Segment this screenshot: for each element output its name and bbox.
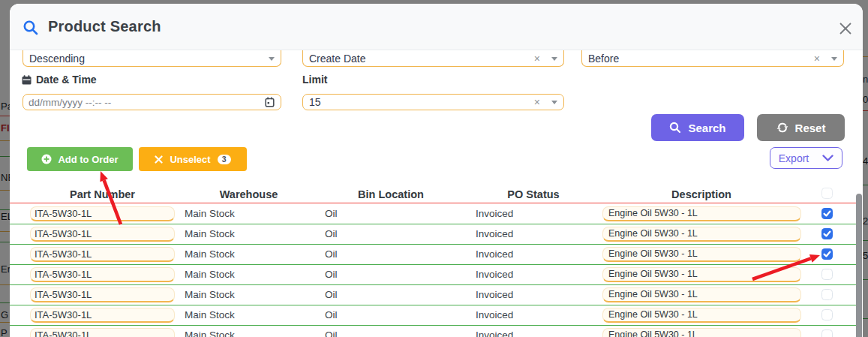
po-status-cell: Invoiced [476,245,513,263]
sort-select[interactable]: Descending [23,50,281,67]
warehouse-cell: Main Stock [185,245,235,263]
row-checkbox[interactable] [821,289,833,300]
limit-select[interactable]: 15× [302,94,564,110]
warehouse-cell: Main Stock [185,224,235,243]
row-checkbox[interactable] [821,248,833,260]
table-header-description: Description [634,188,769,200]
bin-location-cell: Oil [325,204,338,223]
description-cell[interactable]: Engine Oil 5W30 - 1L [602,206,801,221]
po-status-cell: Invoiced [476,285,513,304]
limit-select-value: 15 [303,96,321,108]
export-label: Export [779,152,809,164]
description-cell[interactable]: Engine Oil 5W30 - 1L [602,247,801,262]
row-checkbox[interactable] [821,208,833,219]
table-header-bin-location: Bin Location [323,188,458,200]
select-all-checkbox[interactable] [821,188,833,199]
datetime-label: Date & Time [22,74,97,86]
plus-icon [41,154,52,164]
modal-body: DescendingCreate Date×Before×Date & Time… [10,50,863,337]
table-header-part-number: Part Number [35,188,170,200]
part-number-cell[interactable]: ITA-5W30-1L [30,247,175,262]
table-row: ITA-5W30-1LMain StockOilInvoicedEngine O… [10,224,856,245]
check-icon [821,208,833,219]
field-select-value: Create Date [303,53,365,65]
chevron-down-icon [269,57,275,61]
row-checkbox[interactable] [821,269,833,280]
warehouse-cell: Main Stock [185,326,235,337]
check-icon [821,248,833,260]
table-row: ITA-5W30-1LMain StockOilInvoicedEngine O… [10,265,856,285]
description-cell[interactable]: Engine Oil 5W30 - 1L [602,227,801,242]
limit-label: Limit [302,74,327,86]
bin-location-cell: Oil [325,285,338,304]
chevron-down-icon [822,155,833,161]
screen: PaFINEELErGPn0425 Product Search Descend… [0,0,868,337]
datetime-input[interactable]: dd/mm/yyyy --:-- -- [23,94,281,110]
modal-header: Product Search [10,4,863,50]
description-cell[interactable]: Engine Oil 5W30 - 1L [602,267,801,282]
row-checkbox[interactable] [821,228,833,239]
part-number-cell[interactable]: ITA-5W30-1L [30,227,175,242]
add-to-order-button[interactable]: Add to Order [27,147,133,171]
bin-location-cell: Oil [325,265,338,284]
bin-location-cell: Oil [325,326,338,337]
modal-title: Product Search [48,18,161,35]
search-button-label: Search [688,122,725,134]
close-icon[interactable] [838,21,853,36]
operator-select[interactable]: Before× [581,50,844,67]
row-checkbox[interactable] [821,309,833,320]
warehouse-cell: Main Stock [185,305,235,324]
warehouse-cell: Main Stock [185,265,235,284]
po-status-cell: Invoiced [476,305,513,324]
part-number-cell[interactable]: ITA-5W30-1L [30,287,175,302]
table-row: ITA-5W30-1LMain StockOilInvoicedEngine O… [10,326,856,337]
reset-button[interactable]: Reset [757,114,845,141]
product-search-modal: Product Search DescendingCreate Date×Bef… [10,4,863,337]
x-icon [155,155,163,164]
unselect-label: Unselect [170,154,210,165]
po-status-cell: Invoiced [476,326,513,337]
scrollbar-thumb[interactable] [856,194,862,337]
part-number-cell[interactable]: ITA-5W30-1L [30,328,175,337]
search-button[interactable]: Search [651,114,744,141]
bin-location-cell: Oil [325,245,338,263]
reset-button-label: Reset [795,122,826,134]
part-number-cell[interactable]: ITA-5W30-1L [30,308,175,323]
date-picker-icon [265,97,275,107]
export-button[interactable]: Export [770,147,842,169]
unselect-button[interactable]: Unselect3 [139,147,247,171]
calendar-icon [22,75,32,85]
row-checkbox[interactable] [821,329,833,337]
description-cell[interactable]: Engine Oil 5W30 - 1L [602,308,801,323]
add-to-order-label: Add to Order [58,154,118,165]
clear-icon[interactable]: × [534,97,540,107]
table-row: ITA-5W30-1LMain StockOilInvoicedEngine O… [10,245,856,265]
operator-select-value: Before [582,53,619,65]
clear-icon[interactable]: × [534,53,540,64]
check-icon [821,228,833,239]
chevron-down-icon [551,101,557,104]
table-row: ITA-5W30-1LMain StockOilInvoicedEngine O… [10,204,856,224]
sort-select-value: Descending [23,53,85,65]
description-cell[interactable]: Engine Oil 5W30 - 1L [602,287,801,302]
datetime-input-placeholder: dd/mm/yyyy --:-- -- [23,97,111,108]
po-status-cell: Invoiced [476,224,513,243]
search-icon [669,122,681,134]
part-number-cell[interactable]: ITA-5W30-1L [30,267,175,282]
part-number-cell[interactable]: ITA-5W30-1L [30,206,175,221]
warehouse-cell: Main Stock [185,204,235,223]
table-header-po-status: PO Status [466,188,601,200]
unselect-count-badge: 3 [218,155,231,164]
field-select[interactable]: Create Date× [302,50,564,67]
chevron-down-icon [551,57,557,61]
po-status-cell: Invoiced [476,204,513,223]
search-icon [23,20,39,36]
refresh-icon [776,122,788,134]
clear-icon[interactable]: × [814,53,820,64]
datetime-label-text: Date & Time [36,74,97,86]
description-cell[interactable]: Engine Oil 5W30 - 1L [602,328,801,337]
table-row: ITA-5W30-1LMain StockOilInvoicedEngine O… [10,285,856,305]
table-header-warehouse: Warehouse [182,188,317,200]
table-row: ITA-5W30-1LMain StockOilInvoicedEngine O… [10,305,856,326]
chevron-down-icon [831,57,837,61]
